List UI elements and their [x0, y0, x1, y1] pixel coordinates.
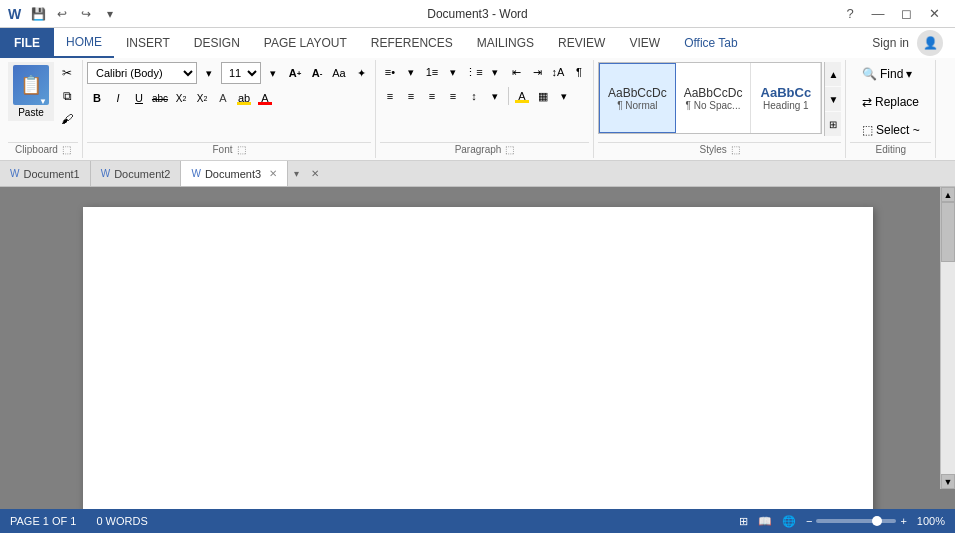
- bullets-button[interactable]: ≡•: [380, 62, 400, 82]
- document1-tab[interactable]: W Document1: [0, 161, 91, 186]
- numbering-dropdown[interactable]: ▾: [443, 62, 463, 82]
- help-button[interactable]: ?: [837, 4, 863, 24]
- scroll-down-button[interactable]: ▼: [941, 474, 955, 489]
- align-left-button[interactable]: ≡: [380, 86, 400, 106]
- align-center-button[interactable]: ≡: [401, 86, 421, 106]
- read-mode-icon[interactable]: 📖: [758, 515, 772, 528]
- zoom-thumb[interactable]: [872, 516, 882, 526]
- references-tab[interactable]: REFERENCES: [359, 28, 465, 58]
- superscript-button[interactable]: X2: [192, 88, 212, 108]
- align-right-button[interactable]: ≡: [422, 86, 442, 106]
- font-size-select[interactable]: 11: [221, 62, 261, 84]
- justify-button[interactable]: ≡: [443, 86, 463, 106]
- minimize-button[interactable]: ―: [865, 4, 891, 24]
- find-button[interactable]: 🔍 Find ▾: [855, 62, 919, 86]
- zoom-in-button[interactable]: +: [900, 515, 906, 527]
- font-color-button[interactable]: A: [255, 88, 275, 108]
- office-tab[interactable]: Office Tab: [672, 28, 750, 58]
- subscript-button[interactable]: X2: [171, 88, 191, 108]
- select-button[interactable]: ⬚ Select ~: [855, 118, 927, 142]
- sort-button[interactable]: ↕A: [548, 62, 568, 82]
- text-effects-button[interactable]: A: [213, 88, 233, 108]
- increase-indent-button[interactable]: ⇥: [527, 62, 547, 82]
- home-tab[interactable]: HOME: [54, 28, 114, 58]
- scroll-track[interactable]: [941, 202, 955, 474]
- format-painter-button[interactable]: 🖌: [56, 108, 78, 130]
- layout-view-icon[interactable]: ⊞: [739, 515, 748, 528]
- decrease-font-size-button[interactable]: A-: [307, 63, 327, 83]
- tab-close-all-button[interactable]: ✕: [305, 161, 325, 186]
- zoom-slider[interactable]: − +: [806, 515, 907, 527]
- view-tab[interactable]: VIEW: [617, 28, 672, 58]
- restore-button[interactable]: ◻: [893, 4, 919, 24]
- font-expand-icon[interactable]: ⬚: [237, 144, 246, 155]
- save-qa-button[interactable]: 💾: [27, 3, 49, 25]
- vertical-scrollbar[interactable]: ▲ ▼: [940, 187, 955, 489]
- review-tab[interactable]: REVIEW: [546, 28, 617, 58]
- styles-scroll-up[interactable]: ▲: [825, 62, 841, 86]
- style-no-spacing[interactable]: AaBbCcDc ¶ No Spac...: [676, 63, 752, 133]
- styles-scroll-down[interactable]: ▼: [825, 87, 841, 111]
- font-label: Font ⬚: [87, 142, 371, 156]
- document-tabs: W Document1 W Document2 W Document3 ✕ ▾ …: [0, 161, 955, 187]
- zoom-track[interactable]: [816, 519, 896, 523]
- document3-tab[interactable]: W Document3 ✕: [181, 161, 288, 186]
- borders-dropdown[interactable]: ▾: [554, 86, 574, 106]
- copy-button[interactable]: ⧉: [56, 85, 78, 107]
- clipboard-expand-icon[interactable]: ⬚: [62, 144, 71, 155]
- paragraph-expand-icon[interactable]: ⬚: [505, 144, 514, 155]
- multilevel-list-button[interactable]: ⋮≡: [464, 62, 484, 82]
- style-heading1[interactable]: AaBbCc Heading 1: [751, 63, 821, 133]
- underline-button[interactable]: U: [129, 88, 149, 108]
- increase-font-size-button[interactable]: A+: [285, 63, 305, 83]
- styles-expand-icon[interactable]: ⬚: [731, 144, 740, 155]
- font-name-dropdown[interactable]: ▾: [199, 63, 219, 83]
- font-group-content: Calibri (Body) ▾ 11 ▾ A+ A- Aa ✦ B I U: [87, 62, 371, 142]
- insert-tab[interactable]: INSERT: [114, 28, 182, 58]
- page[interactable]: [83, 207, 873, 509]
- zoom-level: 100%: [917, 515, 945, 527]
- italic-button[interactable]: I: [108, 88, 128, 108]
- file-tab[interactable]: FILE: [0, 28, 54, 58]
- close-button[interactable]: ✕: [921, 4, 947, 24]
- tab-nav-button[interactable]: ▾: [288, 161, 305, 186]
- scroll-thumb[interactable]: [941, 202, 955, 262]
- sign-in[interactable]: Sign in 👤: [860, 30, 955, 56]
- multilevel-dropdown[interactable]: ▾: [485, 62, 505, 82]
- style-normal[interactable]: AaBbCcDc ¶ Normal: [599, 63, 676, 133]
- mailings-tab[interactable]: MAILINGS: [465, 28, 546, 58]
- line-spacing-dropdown[interactable]: ▾: [485, 86, 505, 106]
- zoom-out-button[interactable]: −: [806, 515, 812, 527]
- bullets-dropdown[interactable]: ▾: [401, 62, 421, 82]
- redo-qa-button[interactable]: ↪: [75, 3, 97, 25]
- scroll-up-button[interactable]: ▲: [941, 187, 955, 202]
- borders-button[interactable]: ▦: [533, 86, 553, 106]
- change-case-button[interactable]: Aa: [329, 63, 349, 83]
- document3-close-button[interactable]: ✕: [269, 168, 277, 179]
- replace-button[interactable]: ⇄ Replace: [855, 90, 926, 114]
- cut-button[interactable]: ✂: [56, 62, 78, 84]
- design-tab[interactable]: DESIGN: [182, 28, 252, 58]
- show-paragraph-button[interactable]: ¶: [569, 62, 589, 82]
- font-name-select[interactable]: Calibri (Body): [87, 62, 197, 84]
- clear-formatting-button[interactable]: ✦: [351, 63, 371, 83]
- document2-tab[interactable]: W Document2: [91, 161, 182, 186]
- strikethrough-button[interactable]: abc: [150, 88, 170, 108]
- page-layout-tab[interactable]: PAGE LAYOUT: [252, 28, 359, 58]
- bold-button[interactable]: B: [87, 88, 107, 108]
- customize-qa-button[interactable]: ▾: [99, 3, 121, 25]
- line-spacing-button[interactable]: ↕: [464, 86, 484, 106]
- paste-button[interactable]: 📋 Paste: [8, 62, 54, 121]
- highlight-color-button[interactable]: ab: [234, 88, 254, 108]
- styles-expand[interactable]: ⊞: [825, 112, 841, 136]
- font-size-dropdown[interactable]: ▾: [263, 63, 283, 83]
- web-layout-icon[interactable]: 🌐: [782, 515, 796, 528]
- word-logo: W: [8, 6, 21, 22]
- numbering-button[interactable]: 1≡: [422, 62, 442, 82]
- shading-button[interactable]: A: [512, 86, 532, 106]
- decrease-indent-button[interactable]: ⇤: [506, 62, 526, 82]
- window-title: Document3 - Word: [427, 7, 527, 21]
- document-content[interactable]: [0, 187, 955, 509]
- undo-qa-button[interactable]: ↩: [51, 3, 73, 25]
- editing-label: Editing: [850, 142, 931, 156]
